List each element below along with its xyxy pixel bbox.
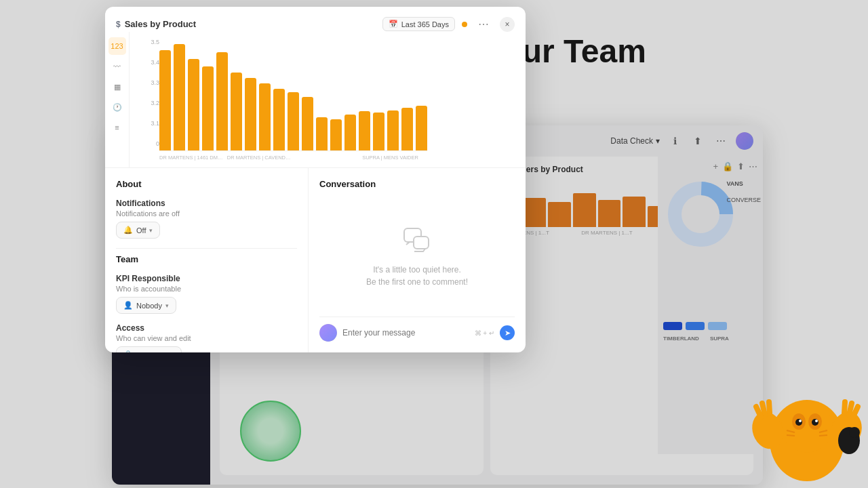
- y-label-4: 3.1: [140, 120, 159, 127]
- x-label-3: [294, 155, 359, 161]
- chart-controls: 📅 Last 365 Days ⋯ ×: [382, 16, 515, 32]
- dollar-icon: $: [116, 20, 121, 29]
- notifications-value: Off: [136, 226, 146, 235]
- x-label-4: SUPRA | MENS VAIDER: [362, 155, 427, 161]
- chart-bar-16: [373, 113, 384, 150]
- kpi-btn[interactable]: 👤 Nobody ▾: [116, 297, 176, 314]
- y-label-0: 3.5: [140, 39, 159, 45]
- kpi-label: KPI Responsible: [116, 274, 297, 283]
- chart-bar-11: [302, 97, 313, 150]
- person-icon: 👤: [123, 301, 133, 310]
- chart-bar-2: [174, 44, 185, 150]
- y-label-1: 3.4: [140, 59, 159, 66]
- empty-line-1: It's a little too quiet here.: [366, 264, 468, 276]
- kpi-chevron: ▾: [165, 302, 169, 309]
- notifications-chevron: ▾: [149, 227, 153, 234]
- y-label-5: 0: [140, 140, 159, 147]
- notifications-label: Notifications: [116, 199, 297, 208]
- chart-bar-19: [416, 106, 427, 150]
- notifications-control: 🔔 Off ▾: [116, 222, 297, 239]
- chart-bar-4: [202, 66, 214, 150]
- kpi-row: KPI Responsible Who is accountable 👤 Nob…: [116, 274, 297, 314]
- kpi-control: 👤 Nobody ▾: [116, 297, 297, 314]
- status-dot: [462, 22, 467, 27]
- chat-bubble-icon: [403, 227, 431, 258]
- kpi-sub: Who is accountable: [116, 285, 297, 293]
- conversation-input-row: ⌘ + ↵ ➤: [319, 317, 515, 342]
- access-sub: Who can view and edit: [116, 334, 297, 342]
- notifications-sub: Notifications are off: [116, 209, 297, 218]
- send-message-btn[interactable]: ➤: [500, 325, 515, 340]
- chart-bar-12: [316, 117, 328, 151]
- chart-bar-1: [159, 50, 171, 151]
- about-heading: About: [116, 179, 297, 189]
- notifications-row: Notifications Notifications are off 🔔 Of…: [116, 199, 297, 239]
- chart-bar-3: [188, 59, 199, 150]
- access-row: Access Who can view and edit 🔓 Everyone …: [116, 323, 297, 352]
- notifications-btn[interactable]: 🔔 Off ▾: [116, 222, 160, 239]
- chart-x-labels: DR MARTENS | 1461 DMC 3-EYE 5... DR MART…: [159, 151, 427, 161]
- chart-bar-13: [330, 119, 342, 150]
- tool-clock[interactable]: 🕐: [108, 98, 126, 116]
- chart-bar-6: [231, 73, 242, 151]
- access-label: Access: [116, 323, 297, 333]
- team-heading: Team: [116, 254, 297, 264]
- conversation-heading: Conversation: [319, 179, 515, 189]
- chart-tools: 123 〰 ▦ 🕐 ≡: [105, 32, 130, 167]
- about-divider-1: [116, 248, 297, 249]
- date-range-label: Last 365 Days: [401, 20, 449, 28]
- access-value: Everyone: [136, 351, 167, 353]
- access-control: 🔓 Everyone ▾: [116, 346, 297, 352]
- kpi-value: Nobody: [136, 302, 162, 310]
- svg-rect-4: [414, 237, 429, 249]
- conversation-empty-text: It's a little too quiet here. Be the fir…: [366, 264, 468, 288]
- message-avatar: [319, 324, 337, 342]
- sales-modal: $ Sales by Product 📅 Last 365 Days ⋯ × 1…: [105, 7, 526, 352]
- empty-line-2: Be the first one to comment!: [366, 276, 468, 288]
- modal-bottom: About Notifications Notifications are of…: [105, 167, 526, 352]
- calendar-icon: 📅: [389, 20, 398, 28]
- modal-title-text: Sales by Product: [125, 19, 196, 29]
- x-label-2: DR MARTENS | CAVENDISH 3-EYE SHOE BLACK: [227, 155, 292, 161]
- send-icon: ➤: [505, 329, 511, 338]
- chart-bar-7: [245, 78, 256, 150]
- modal-chart-area: 3.5 3.4 3.3 3.2 3.1 0: [130, 32, 438, 167]
- y-label-2: 3.3: [140, 79, 159, 86]
- chart-bar-15: [359, 111, 370, 150]
- tool-table[interactable]: ≡: [108, 119, 126, 136]
- tool-line[interactable]: 〰: [108, 58, 126, 75]
- modal-chart-title: $ Sales by Product: [116, 19, 196, 29]
- conversation-empty-state: It's a little too quiet here. Be the fir…: [319, 199, 515, 317]
- chart-bars: [159, 39, 427, 151]
- tool-bar[interactable]: ▦: [108, 78, 126, 96]
- chart-bar-10: [288, 92, 299, 150]
- chart-bar-9: [273, 89, 285, 150]
- modal-about-panel: About Notifications Notifications are of…: [105, 168, 309, 352]
- modal-chart-header: $ Sales by Product 📅 Last 365 Days ⋯ ×: [105, 7, 526, 32]
- chart-bar-18: [401, 108, 413, 150]
- chart-bar-14: [344, 115, 356, 150]
- access-btn[interactable]: 🔓 Everyone ▾: [116, 346, 182, 352]
- access-chevron: ▾: [171, 352, 174, 353]
- chart-section: 123 〰 ▦ 🕐 ≡ 3.5 3.4 3.3 3.2 3.1 0: [105, 32, 526, 167]
- chart-y-axis: 3.5 3.4 3.3 3.2 3.1 0: [140, 39, 159, 161]
- chart-bar-5: [216, 52, 228, 150]
- tool-number[interactable]: 123: [108, 37, 126, 55]
- modal-more-btn[interactable]: ⋯: [474, 16, 493, 32]
- send-shortcut: ⌘ + ↵: [475, 329, 494, 337]
- modal-conversation-panel: Conversation It's a little too quiet her…: [309, 168, 526, 352]
- tool-number-label: 123: [111, 42, 123, 50]
- chart-bar-8: [259, 83, 271, 150]
- bell-icon: 🔔: [123, 226, 133, 235]
- chart-bar-17: [387, 110, 399, 150]
- access-lock-icon: 🔓: [123, 350, 133, 352]
- y-label-3: 3.2: [140, 100, 159, 106]
- modal-close-btn[interactable]: ×: [500, 17, 515, 32]
- x-label-1: DR MARTENS | 1461 DMC 3-EYE 5...: [159, 155, 224, 161]
- message-input[interactable]: [342, 328, 469, 338]
- date-range-button[interactable]: 📅 Last 365 Days: [382, 17, 455, 31]
- chart-body: DR MARTENS | 1461 DMC 3-EYE 5... DR MART…: [159, 39, 427, 161]
